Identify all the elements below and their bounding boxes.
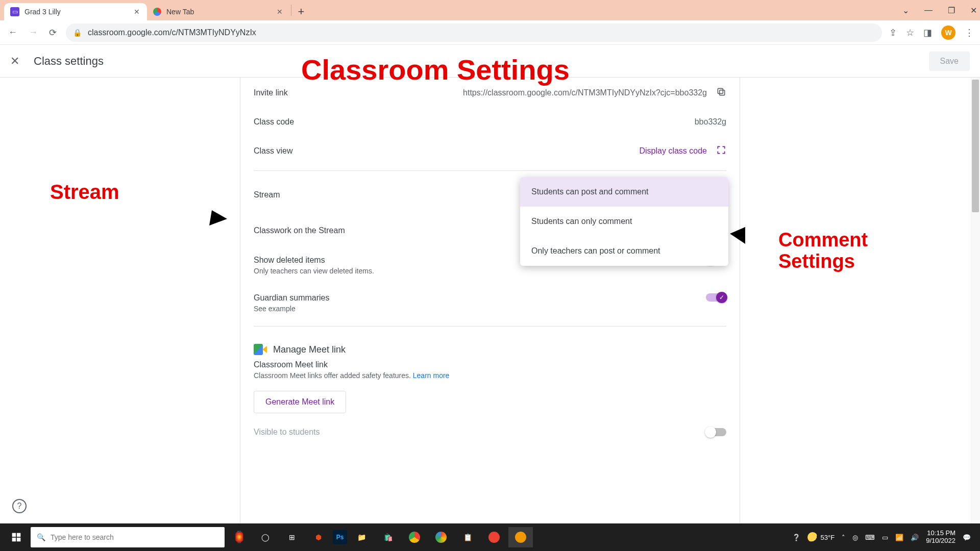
class-code-label: Class code (254, 117, 397, 127)
dropdown-option-teachers-only[interactable]: Only teachers can post or comment (520, 236, 728, 266)
keyboard-icon[interactable]: ⌨ (865, 534, 875, 541)
taskbar-search[interactable]: 🔍 Type here to search (31, 527, 225, 547)
show-deleted-label: Show deleted items (254, 256, 397, 265)
visible-to-students-toggle[interactable] (706, 428, 726, 436)
copy-icon[interactable] (716, 87, 726, 99)
see-example-link[interactable]: See example (254, 305, 397, 313)
tab-close-icon[interactable]: ✕ (133, 7, 141, 17)
tab-title: Grad 3 Lilly (24, 8, 128, 16)
share-icon[interactable]: ⇪ (889, 27, 897, 38)
visible-to-students-label: Visible to students (254, 428, 320, 437)
meet-link-block: Classroom Meet link Classroom Meet links… (240, 360, 740, 380)
browser-tab-strip: ▭ Grad 3 Lilly ✕ New Tab ✕ + ⌄ — ❐ ✕ (0, 0, 980, 20)
stream-label: Stream (254, 190, 397, 199)
dropdown-option-post-comment[interactable]: Students can post and comment (520, 177, 728, 207)
guardian-toggle[interactable]: ✓ (706, 293, 726, 302)
browser-tab-active[interactable]: ▭ Grad 3 Lilly ✕ (4, 3, 147, 20)
wifi-icon[interactable]: 📶 (895, 534, 903, 541)
taskbar-clock[interactable]: 10:15 PM 9/10/2022 (926, 530, 955, 545)
meet-link-title: Classroom Meet link (254, 360, 726, 369)
visible-to-students-row: Visible to students (240, 413, 740, 437)
clock-time: 10:15 PM (926, 530, 955, 537)
close-window-icon[interactable]: ✕ (970, 6, 977, 15)
extensions-icon[interactable]: ◨ (923, 27, 932, 38)
photoshop-icon[interactable]: Ps (333, 530, 347, 544)
guardian-label: Guardian summaries (254, 293, 397, 303)
guardian-row: Guardian summaries See example ✓ (240, 284, 740, 322)
new-tab-button[interactable]: + (292, 3, 310, 20)
volume-icon[interactable]: 🔊 (911, 534, 919, 541)
windows-taskbar: 🔍 Type here to search 🏮 ◯ ⊞ ⬢ Ps 📁 🛍️ 📋 … (0, 523, 980, 551)
invite-link-label: Invite link (254, 88, 397, 97)
url-text: classroom.google.com/c/NTM3MTIyNDYyNzIx (88, 28, 875, 37)
minimize-icon[interactable]: — (924, 6, 933, 15)
notifications-icon[interactable]: 💬 (963, 534, 971, 541)
chrome-canary-icon[interactable] (482, 527, 506, 547)
start-button[interactable] (4, 527, 29, 547)
content-viewport: Invite link https://classroom.google.com… (0, 78, 980, 523)
chrome-profile-icon[interactable] (429, 527, 453, 547)
profile-avatar[interactable]: W (941, 26, 955, 40)
close-settings-button[interactable]: ✕ (10, 55, 19, 68)
svg-rect-1 (718, 88, 723, 93)
help-icon[interactable]: ? (12, 499, 27, 513)
classroom-favicon-icon: ▭ (10, 7, 19, 16)
meet-link-sub: Classroom Meet links offer added safety … (254, 371, 413, 380)
fullscreen-icon[interactable] (716, 145, 726, 157)
browser-menu-icon[interactable]: ⋮ (965, 27, 974, 38)
section-divider (254, 170, 726, 171)
chevron-down-icon[interactable]: ⌄ (902, 6, 909, 15)
app-icon[interactable]: 📋 (455, 527, 480, 547)
moon-icon (807, 532, 818, 542)
bookmark-icon[interactable]: ☆ (906, 27, 914, 38)
invite-link-row: Invite link https://classroom.google.com… (240, 78, 740, 108)
learn-more-link[interactable]: Learn more (413, 371, 450, 380)
search-placeholder: Type here to search (51, 533, 114, 541)
google-meet-icon (254, 344, 267, 355)
save-button[interactable]: Save (929, 52, 970, 71)
class-code-value: bbo332g (695, 117, 726, 127)
maximize-icon[interactable]: ❐ (948, 6, 955, 15)
svg-rect-5 (17, 533, 21, 537)
tray-chevron-icon[interactable]: ˄ (842, 534, 845, 541)
weather-widget[interactable]: 53°F (807, 532, 835, 542)
microsoft-store-icon[interactable]: 🛍️ (376, 527, 400, 547)
svg-rect-0 (720, 90, 725, 95)
chrome-favicon-icon (153, 8, 161, 16)
tab-title: New Tab (166, 8, 271, 16)
page-header: ✕ Class settings Save (0, 45, 980, 78)
task-view-icon[interactable]: ⊞ (280, 527, 304, 547)
office-icon[interactable]: ⬢ (306, 527, 331, 547)
browser-tab-inactive[interactable]: New Tab ✕ (147, 3, 290, 20)
tab-close-icon[interactable]: ✕ (276, 7, 284, 17)
tab-separator (291, 5, 291, 16)
window-controls: ⌄ — ❐ ✕ (902, 0, 977, 20)
tray-help-icon[interactable]: ❔ (792, 534, 800, 541)
meet-section-header: Manage Meet link (240, 331, 740, 360)
scrollbar-thumb[interactable] (972, 80, 979, 212)
search-icon: 🔍 (37, 533, 45, 541)
svg-rect-6 (12, 538, 16, 542)
svg-rect-4 (12, 533, 16, 537)
chrome-icon[interactable] (402, 527, 427, 547)
dropdown-option-only-comment[interactable]: Students can only comment (520, 207, 728, 236)
chrome-active-icon[interactable] (508, 527, 533, 547)
class-view-label: Class view (254, 146, 397, 156)
svg-rect-7 (17, 538, 21, 542)
reload-icon[interactable]: ⟳ (47, 25, 59, 40)
meet-section-title: Manage Meet link (273, 344, 346, 355)
generate-meet-link-button[interactable]: Generate Meet link (254, 391, 346, 413)
omnibox[interactable]: 🔒 classroom.google.com/c/NTM3MTIyNDYyNzI… (66, 23, 882, 42)
location-icon[interactable]: ◎ (852, 534, 858, 541)
display-class-code-link[interactable]: Display class code (640, 146, 707, 156)
cortana-icon[interactable]: ◯ (253, 527, 278, 547)
battery-icon[interactable]: ▭ (882, 534, 888, 541)
taskbar-widget-icon[interactable]: 🏮 (227, 527, 251, 547)
stream-permissions-dropdown: Students can post and comment Students c… (520, 177, 728, 266)
show-deleted-sub: Only teachers can view deleted items. (254, 267, 397, 275)
back-icon[interactable]: ← (6, 25, 19, 40)
class-view-row: Class view Display class code (240, 136, 740, 166)
scrollbar[interactable] (971, 78, 980, 523)
forward-icon[interactable]: → (27, 25, 40, 40)
file-explorer-icon[interactable]: 📁 (349, 527, 374, 547)
